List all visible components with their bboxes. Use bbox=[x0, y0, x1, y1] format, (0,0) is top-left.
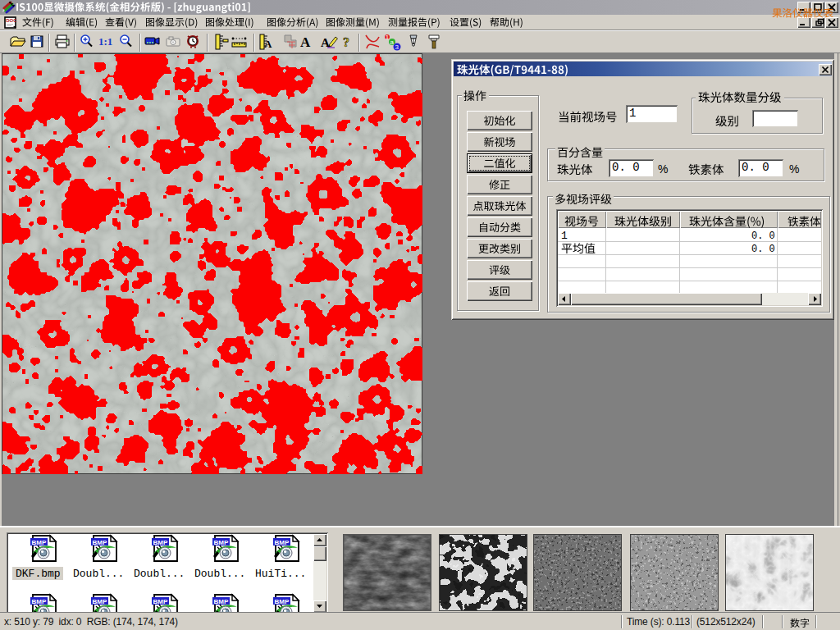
svg-text:?: ? bbox=[343, 35, 349, 49]
svg-text:BMP: BMP bbox=[214, 539, 229, 546]
svg-text:3: 3 bbox=[395, 43, 399, 51]
svg-text:BMP: BMP bbox=[32, 539, 47, 546]
svg-text:BMP: BMP bbox=[93, 598, 107, 605]
svg-text:BMP: BMP bbox=[93, 539, 107, 546]
svg-text:BMP: BMP bbox=[153, 598, 168, 605]
svg-text:BMP: BMP bbox=[275, 598, 290, 605]
svg-text:1:1: 1:1 bbox=[98, 35, 112, 48]
svg-text:BMP: BMP bbox=[153, 539, 168, 546]
svg-text:BMP: BMP bbox=[32, 598, 47, 605]
svg-text:1: 1 bbox=[386, 34, 390, 41]
svg-text:A: A bbox=[300, 34, 311, 50]
svg-text:BMP: BMP bbox=[275, 539, 290, 546]
svg-text:A: A bbox=[264, 38, 272, 50]
svg-text:DOC: DOC bbox=[6, 18, 17, 23]
svg-text:BMP: BMP bbox=[214, 598, 229, 605]
svg-text:a: a bbox=[390, 39, 395, 46]
